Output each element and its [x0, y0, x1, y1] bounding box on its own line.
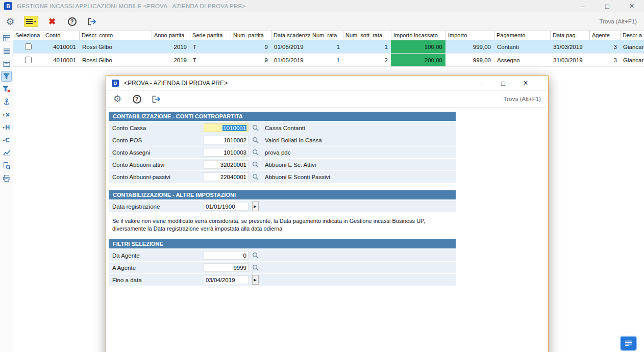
col-header-importo-incassato[interactable]: Importo incassato	[391, 31, 445, 40]
dialog-help-icon[interactable]: ?	[131, 92, 143, 106]
field-label: Conto POS	[109, 137, 204, 143]
nav-c-icon[interactable]: ▸C	[1, 135, 12, 145]
col-header-descr-conto[interactable]: Descr. conto	[79, 31, 152, 40]
col-header-agente[interactable]: Agente	[589, 31, 620, 40]
date-picker-button[interactable]: ▶	[251, 202, 260, 211]
field-row-conto-cassa: Conto Cassa 1010001 Cassa Contanti	[109, 122, 456, 134]
conto-abbuoni-attivi-input[interactable]	[204, 160, 249, 169]
minimize-icon[interactable]: –	[571, 0, 595, 12]
cell-serie-partita: T	[190, 54, 231, 66]
arrow-right-icon: ▶	[252, 202, 259, 211]
lookup-icon[interactable]	[251, 173, 260, 180]
a-agente-input[interactable]	[204, 263, 249, 272]
dialog-window-controls: – □ ×	[469, 76, 537, 90]
conto-cassa-input[interactable]: 1010001	[204, 123, 249, 132]
col-header-pagamento[interactable]: Pagamento	[494, 31, 550, 40]
filter-icon[interactable]	[1, 71, 12, 82]
maximize-icon[interactable]: □	[595, 0, 620, 12]
row-select-checkbox[interactable]	[25, 43, 32, 50]
lookup-icon[interactable]	[251, 161, 260, 168]
col-header-importo[interactable]: Importo	[445, 31, 494, 40]
col-header-descr-agente[interactable]: Descr a	[620, 31, 644, 40]
lookup-icon[interactable]	[251, 149, 260, 156]
filter-clear-icon[interactable]	[1, 84, 12, 94]
help-icon[interactable]: ?	[66, 15, 78, 28]
conto-abbuoni-passivi-input[interactable]	[204, 172, 249, 181]
lookup-icon[interactable]	[251, 252, 260, 259]
data-registrazione-input[interactable]	[204, 202, 249, 211]
main-titlebar: B GESTIONE INCASSI APPLICAZIONI MOBILE <…	[0, 0, 644, 12]
col-header-num-rata[interactable]: Num. rata	[310, 31, 343, 40]
field-row-fino-a-data: Fino a data ▶	[109, 274, 456, 286]
close-x-icon[interactable]: ▸×	[1, 109, 12, 120]
col-header-serie-partita[interactable]: Serie partita	[190, 31, 231, 40]
field-row-da-agente: Da Agente	[109, 249, 456, 261]
cell-importo: 999,00	[445, 40, 494, 53]
table-row[interactable]: 4010001 Rossi Gilbo 2019 T 9 01/05/2019 …	[13, 54, 644, 67]
dialog-find-shortcut-label[interactable]: Trova (Alt+F1)	[504, 96, 548, 102]
cell-num-partita: 9	[231, 54, 271, 66]
da-agente-input[interactable]	[204, 251, 249, 260]
field-label: Fino a data	[109, 277, 204, 283]
col-header-num-sott-rata[interactable]: Num. sott. rata	[343, 31, 391, 40]
cell-importo-incassato: 100,00	[391, 40, 445, 53]
dialog-title: <PROVA - AZIENDA DI PROVA PRE>	[124, 80, 228, 87]
conto-pos-input[interactable]	[204, 136, 249, 144]
field-row-conto-pos: Conto POS Valori Bollati In Cassa	[109, 134, 456, 146]
window-title: GESTIONE INCASSI APPLICAZIONI MOBILE <PR…	[17, 3, 245, 9]
cell-agente: 3	[589, 40, 620, 53]
col-header-data-scadenza[interactable]: Data scadenza	[271, 31, 310, 40]
find-shortcut-label[interactable]: Trova (Alt+F1)	[600, 18, 644, 24]
nav-h-icon[interactable]: ▸H	[1, 122, 12, 133]
section-header-conti-contropartita: CONTABILIZZAZIONE - CONTI CONTROPARTITA	[109, 112, 456, 121]
cell-data-scadenza: 01/05/2019	[271, 40, 310, 53]
field-row-conto-abbuoni-passivi: Conto Abbuoni passivi Abbuoni E Sconti P…	[109, 171, 456, 183]
col-header-num-partita[interactable]: Num. partita	[231, 31, 271, 40]
app-logo-icon: B	[4, 2, 12, 10]
cell-data-pag: 31/03/2019	[550, 40, 589, 53]
lookup-icon[interactable]	[251, 124, 260, 131]
notification-list-icon[interactable]	[620, 336, 637, 351]
cell-pagamento: Assegno	[494, 54, 550, 66]
preview-icon[interactable]	[1, 160, 12, 171]
cell-importo: 999,00	[445, 54, 494, 66]
settings-gear-icon[interactable]: ⚙	[4, 15, 16, 28]
anchor-icon[interactable]	[1, 96, 12, 107]
col-header-anno-partita[interactable]: Anno partita	[152, 31, 190, 40]
field-row-data-registrazione: Data registrazione ▶	[109, 200, 456, 212]
field-label: Conto Abbuoni attivi	[109, 162, 204, 168]
cell-descr-conto: Rossi Gilbo	[79, 40, 152, 53]
col-header-data-pag[interactable]: Data pag.	[550, 31, 589, 40]
lookup-icon[interactable]	[251, 137, 260, 143]
close-icon[interactable]: ×	[620, 0, 644, 12]
exit-icon[interactable]	[86, 15, 98, 28]
dialog-settings-gear-icon[interactable]: ⚙	[111, 92, 123, 106]
dialog-maximize-icon[interactable]: □	[492, 76, 514, 90]
fino-a-data-input[interactable]	[204, 275, 249, 284]
dialog-exit-icon[interactable]	[150, 92, 162, 106]
date-picker-button[interactable]: ▶	[251, 275, 260, 285]
table-view-icon[interactable]	[1, 33, 12, 43]
section-header-altre-impostazioni: CONTABILIZZAZIONE - ALTRE IMPOSTAZIONI	[109, 190, 456, 199]
field-label: Conto Abbuoni passivi	[109, 174, 204, 180]
grid-header-row: Seleziona Conto Descr. conto Anno partit…	[13, 31, 644, 40]
field-row-conto-abbuoni-attivi: Conto Abbuoni attivi Abbuoni E Sc. Attiv…	[109, 159, 456, 170]
col-header-conto[interactable]: Conto	[43, 31, 79, 40]
table-row[interactable]: 4010001 Rossi Gilbo 2019 T 9 01/05/2019 …	[13, 40, 644, 54]
print-icon[interactable]	[1, 173, 12, 184]
field-description: Cassa Contanti	[260, 125, 456, 131]
delete-x-icon[interactable]: ✖	[46, 15, 58, 28]
cell-agente: 3	[589, 54, 620, 66]
lookup-icon[interactable]	[251, 264, 260, 271]
dialog-close-icon[interactable]: ×	[514, 76, 537, 90]
form-view-icon[interactable]	[1, 58, 12, 69]
row-select-checkbox[interactable]	[25, 57, 32, 63]
cell-pagamento: Contanti	[494, 40, 550, 53]
list-view-icon[interactable]	[1, 45, 12, 56]
conto-assegni-input[interactable]	[204, 148, 249, 157]
dialog-titlebar: B <PROVA - AZIENDA DI PROVA PRE> – □ ×	[106, 76, 548, 90]
contabilizzazione-dialog: B <PROVA - AZIENDA DI PROVA PRE> – □ × ⚙…	[106, 76, 549, 352]
menu-hamburger-icon[interactable]: ▾	[24, 15, 38, 28]
col-header-seleziona[interactable]: Seleziona	[13, 31, 43, 40]
chart-icon[interactable]	[1, 147, 12, 158]
